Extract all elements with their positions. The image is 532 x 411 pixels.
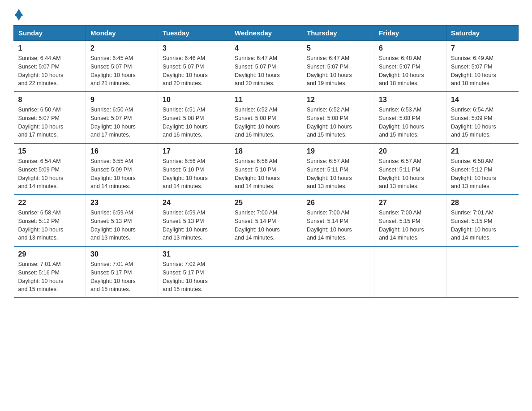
header-monday: Monday: [86, 26, 158, 41]
day-number: 17: [163, 147, 225, 155]
day-number: 1: [18, 44, 82, 52]
calendar-cell: 20Sunrise: 6:57 AMSunset: 5:11 PMDayligh…: [374, 143, 446, 195]
calendar-cell: 10Sunrise: 6:51 AMSunset: 5:08 PMDayligh…: [158, 92, 230, 143]
calendar-cell: 31Sunrise: 7:02 AMSunset: 5:17 PMDayligh…: [158, 246, 230, 298]
day-number: 14: [451, 96, 514, 104]
day-info: Sunrise: 7:01 AMSunset: 5:16 PMDaylight:…: [18, 260, 82, 294]
calendar-cell: 30Sunrise: 7:01 AMSunset: 5:17 PMDayligh…: [86, 246, 158, 298]
calendar-cell: 23Sunrise: 6:59 AMSunset: 5:13 PMDayligh…: [86, 195, 158, 246]
day-info: Sunrise: 6:44 AMSunset: 5:07 PMDaylight:…: [18, 54, 82, 88]
calendar-cell: 27Sunrise: 7:00 AMSunset: 5:15 PMDayligh…: [374, 195, 446, 246]
calendar-cell: 22Sunrise: 6:58 AMSunset: 5:12 PMDayligh…: [14, 195, 86, 246]
calendar-cell: 2Sunrise: 6:45 AMSunset: 5:07 PMDaylight…: [86, 41, 158, 92]
day-info: Sunrise: 7:02 AMSunset: 5:17 PMDaylight:…: [163, 260, 225, 294]
day-info: Sunrise: 6:59 AMSunset: 5:13 PMDaylight:…: [163, 209, 225, 242]
header-saturday: Saturday: [446, 26, 519, 41]
day-number: 5: [307, 44, 369, 52]
day-info: Sunrise: 6:57 AMSunset: 5:11 PMDaylight:…: [379, 157, 442, 191]
calendar-cell: 28Sunrise: 7:01 AMSunset: 5:15 PMDayligh…: [446, 195, 519, 246]
calendar-cell: 6Sunrise: 6:48 AMSunset: 5:07 PMDaylight…: [374, 41, 446, 92]
day-number: 26: [307, 199, 369, 207]
day-info: Sunrise: 6:50 AMSunset: 5:07 PMDaylight:…: [18, 106, 82, 139]
calendar-cell: 12Sunrise: 6:52 AMSunset: 5:08 PMDayligh…: [302, 92, 374, 143]
day-number: 16: [90, 147, 153, 155]
calendar-cell: 5Sunrise: 6:47 AMSunset: 5:07 PMDaylight…: [302, 41, 374, 92]
calendar-cell: 11Sunrise: 6:52 AMSunset: 5:08 PMDayligh…: [230, 92, 302, 143]
day-number: 28: [451, 199, 514, 207]
calendar-cell: 29Sunrise: 7:01 AMSunset: 5:16 PMDayligh…: [14, 246, 86, 298]
day-info: Sunrise: 6:53 AMSunset: 5:08 PMDaylight:…: [379, 106, 442, 139]
day-number: 2: [90, 44, 153, 52]
header-tuesday: Tuesday: [158, 26, 230, 41]
day-number: 30: [90, 250, 153, 258]
day-number: 3: [163, 44, 225, 52]
calendar-cell: [446, 246, 519, 298]
day-number: 19: [307, 147, 369, 155]
day-number: 18: [235, 147, 297, 155]
calendar-cell: 15Sunrise: 6:54 AMSunset: 5:09 PMDayligh…: [14, 143, 86, 195]
day-info: Sunrise: 6:47 AMSunset: 5:07 PMDaylight:…: [307, 54, 369, 88]
day-info: Sunrise: 6:56 AMSunset: 5:10 PMDaylight:…: [163, 157, 225, 191]
week-row: 22Sunrise: 6:58 AMSunset: 5:12 PMDayligh…: [14, 195, 519, 246]
calendar-cell: 8Sunrise: 6:50 AMSunset: 5:07 PMDaylight…: [14, 92, 86, 143]
calendar-cell: [230, 246, 302, 298]
calendar-cell: 9Sunrise: 6:50 AMSunset: 5:07 PMDaylight…: [86, 92, 158, 143]
day-number: 29: [18, 250, 82, 258]
day-info: Sunrise: 6:58 AMSunset: 5:12 PMDaylight:…: [451, 157, 514, 191]
day-info: Sunrise: 6:47 AMSunset: 5:07 PMDaylight:…: [235, 54, 297, 88]
day-number: 22: [18, 199, 82, 207]
calendar-cell: 21Sunrise: 6:58 AMSunset: 5:12 PMDayligh…: [446, 143, 519, 195]
day-info: Sunrise: 6:46 AMSunset: 5:07 PMDaylight:…: [163, 54, 225, 88]
day-info: Sunrise: 6:50 AMSunset: 5:07 PMDaylight:…: [90, 106, 153, 139]
day-number: 8: [18, 96, 82, 104]
day-number: 13: [379, 96, 442, 104]
calendar-table: SundayMondayTuesdayWednesdayThursdayFrid…: [13, 25, 519, 298]
header-friday: Friday: [374, 26, 446, 41]
calendar-cell: [302, 246, 374, 298]
day-info: Sunrise: 6:48 AMSunset: 5:07 PMDaylight:…: [379, 54, 442, 88]
day-number: 9: [90, 96, 153, 104]
day-number: 6: [379, 44, 442, 52]
day-info: Sunrise: 7:00 AMSunset: 5:14 PMDaylight:…: [235, 209, 297, 242]
logo-icon: [15, 9, 23, 21]
calendar-cell: 14Sunrise: 6:54 AMSunset: 5:09 PMDayligh…: [446, 92, 519, 143]
day-info: Sunrise: 7:01 AMSunset: 5:15 PMDaylight:…: [451, 209, 514, 242]
header-row: SundayMondayTuesdayWednesdayThursdayFrid…: [14, 26, 519, 41]
calendar-cell: 16Sunrise: 6:55 AMSunset: 5:09 PMDayligh…: [86, 143, 158, 195]
calendar-cell: 1Sunrise: 6:44 AMSunset: 5:07 PMDaylight…: [14, 41, 86, 92]
day-info: Sunrise: 6:54 AMSunset: 5:09 PMDaylight:…: [451, 106, 514, 139]
day-number: 11: [235, 96, 297, 104]
calendar-cell: 7Sunrise: 6:49 AMSunset: 5:07 PMDaylight…: [446, 41, 519, 92]
calendar-cell: 24Sunrise: 6:59 AMSunset: 5:13 PMDayligh…: [158, 195, 230, 246]
day-number: 15: [18, 147, 82, 155]
day-info: Sunrise: 6:49 AMSunset: 5:07 PMDaylight:…: [451, 54, 514, 88]
calendar-cell: 4Sunrise: 6:47 AMSunset: 5:07 PMDaylight…: [230, 41, 302, 92]
day-number: 4: [235, 44, 297, 52]
logo: [13, 9, 23, 21]
calendar-cell: 25Sunrise: 7:00 AMSunset: 5:14 PMDayligh…: [230, 195, 302, 246]
day-info: Sunrise: 6:52 AMSunset: 5:08 PMDaylight:…: [307, 106, 369, 139]
header-thursday: Thursday: [302, 26, 374, 41]
calendar-cell: 13Sunrise: 6:53 AMSunset: 5:08 PMDayligh…: [374, 92, 446, 143]
day-info: Sunrise: 6:59 AMSunset: 5:13 PMDaylight:…: [90, 209, 153, 242]
calendar-cell: 19Sunrise: 6:57 AMSunset: 5:11 PMDayligh…: [302, 143, 374, 195]
day-info: Sunrise: 6:45 AMSunset: 5:07 PMDaylight:…: [90, 54, 153, 88]
header-sunday: Sunday: [14, 26, 86, 41]
day-info: Sunrise: 6:58 AMSunset: 5:12 PMDaylight:…: [18, 209, 82, 242]
day-number: 12: [307, 96, 369, 104]
day-info: Sunrise: 7:00 AMSunset: 5:14 PMDaylight:…: [307, 209, 369, 242]
day-info: Sunrise: 6:51 AMSunset: 5:08 PMDaylight:…: [163, 106, 225, 139]
day-info: Sunrise: 6:52 AMSunset: 5:08 PMDaylight:…: [235, 106, 297, 139]
week-row: 29Sunrise: 7:01 AMSunset: 5:16 PMDayligh…: [14, 246, 519, 298]
day-info: Sunrise: 6:57 AMSunset: 5:11 PMDaylight:…: [307, 157, 369, 191]
day-number: 23: [90, 199, 153, 207]
day-number: 21: [451, 147, 514, 155]
day-number: 20: [379, 147, 442, 155]
day-info: Sunrise: 6:56 AMSunset: 5:10 PMDaylight:…: [235, 157, 297, 191]
day-info: Sunrise: 6:54 AMSunset: 5:09 PMDaylight:…: [18, 157, 82, 191]
header-wednesday: Wednesday: [230, 26, 302, 41]
week-row: 1Sunrise: 6:44 AMSunset: 5:07 PMDaylight…: [14, 41, 519, 92]
day-number: 7: [451, 44, 514, 52]
day-number: 10: [163, 96, 225, 104]
day-number: 24: [163, 199, 225, 207]
